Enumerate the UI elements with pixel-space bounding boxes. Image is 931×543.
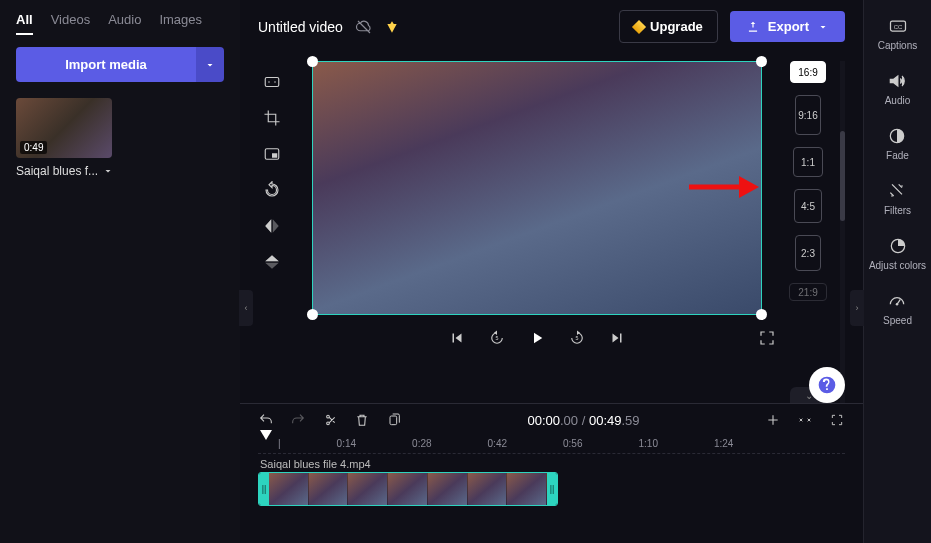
fullscreen-icon[interactable] (758, 329, 776, 347)
zoom-fit-icon[interactable] (829, 412, 845, 428)
import-media-dropdown[interactable] (196, 47, 224, 82)
chevron-down-icon (817, 21, 829, 33)
media-name-label: Saiqal blues f... (16, 164, 98, 178)
media-thumbnail: 0:49 (16, 98, 112, 158)
playhead[interactable] (260, 430, 272, 440)
video-preview[interactable] (312, 61, 762, 315)
zoom-out-icon[interactable] (797, 412, 813, 428)
transport-controls: 5 5 (298, 315, 776, 361)
tick-label: 0:42 (488, 438, 507, 449)
resize-handle[interactable] (307, 56, 318, 67)
right-toolbar: CC Captions Audio Fade Filters Adjust co… (863, 0, 931, 543)
aspect-scrollbar[interactable] (840, 61, 845, 403)
project-title-input[interactable]: Untitled video (258, 19, 343, 35)
import-media-button[interactable]: Import media (16, 47, 196, 82)
annotation-arrow (689, 172, 759, 202)
captions-tool[interactable]: CC Captions (878, 16, 917, 51)
play-icon[interactable] (528, 329, 546, 347)
tick-label: 0:28 (412, 438, 431, 449)
svg-point-2 (274, 81, 276, 83)
upgrade-button[interactable]: Upgrade (619, 10, 718, 43)
tick: | (278, 438, 281, 449)
captions-icon: CC (888, 16, 908, 36)
aspect-ratio-col: 16:9 9:16 1:1 4:5 2:3 21:9 ⌄ (788, 61, 828, 403)
skip-start-icon[interactable] (448, 329, 466, 347)
speed-tool[interactable]: Speed (883, 291, 912, 326)
tab-images[interactable]: Images (159, 12, 202, 35)
collapse-right-button[interactable]: › (850, 290, 864, 326)
media-duration: 0:49 (20, 141, 47, 154)
tick-label: 1:10 (638, 438, 657, 449)
cloud-off-icon[interactable] (355, 18, 373, 36)
aspect-4-5[interactable]: 4:5 (794, 189, 822, 223)
tick-label: 0:14 (337, 438, 356, 449)
aspect-21-9[interactable]: 21:9 (789, 283, 827, 301)
adjust-colors-tool[interactable]: Adjust colors (869, 236, 926, 271)
aspect-1-1[interactable]: 1:1 (793, 147, 823, 177)
audio-tool[interactable]: Audio (885, 71, 911, 106)
duplicate-icon[interactable] (386, 412, 402, 428)
undo-icon[interactable] (258, 412, 274, 428)
svg-text:5: 5 (576, 335, 579, 341)
chevron-down-icon (204, 59, 216, 71)
tick-label: 1:24 (714, 438, 733, 449)
filters-icon (887, 181, 907, 201)
adjust-icon (888, 236, 908, 256)
svg-point-11 (902, 185, 904, 187)
pip-icon[interactable] (263, 145, 281, 163)
export-label: Export (768, 19, 809, 34)
svg-rect-0 (265, 78, 279, 87)
redo-icon[interactable] (290, 412, 306, 428)
flip-vertical-icon[interactable] (263, 253, 281, 271)
upload-icon (746, 20, 760, 34)
timeline-time: 00:00.00 / 00:49.59 (418, 413, 749, 428)
skip-end-icon[interactable] (608, 329, 626, 347)
timeline-ruler[interactable]: | 0:14 0:28 0:42 0:56 1:10 1:24 (258, 438, 845, 454)
media-item[interactable]: 0:49 Saiqal blues f... (16, 98, 224, 178)
upgrade-label: Upgrade (650, 19, 703, 34)
help-button[interactable] (809, 367, 845, 403)
tab-videos[interactable]: Videos (51, 12, 91, 35)
fade-icon (887, 126, 907, 146)
timeline: 00:00.00 / 00:49.59 | 0:14 0:28 0:42 0:5… (240, 403, 863, 543)
svg-point-12 (892, 195, 894, 197)
clip-handle-right[interactable]: || (547, 473, 557, 505)
svg-text:CC: CC (893, 24, 901, 30)
media-tabs: All Videos Audio Images (16, 12, 224, 35)
svg-rect-7 (390, 416, 397, 425)
fade-tool[interactable]: Fade (886, 126, 909, 161)
export-button[interactable]: Export (730, 11, 845, 42)
canvas-tools (258, 61, 286, 403)
premium-diamond-icon[interactable] (385, 20, 399, 34)
forward-5-icon[interactable]: 5 (568, 329, 586, 347)
help-icon (817, 375, 837, 395)
aspect-2-3[interactable]: 2:3 (795, 235, 821, 271)
media-sidebar: All Videos Audio Images Import media 0:4… (0, 0, 240, 543)
tab-all[interactable]: All (16, 12, 33, 35)
flip-horizontal-icon[interactable] (263, 217, 281, 235)
resize-handle[interactable] (756, 56, 767, 67)
rewind-5-icon[interactable]: 5 (488, 329, 506, 347)
svg-point-14 (896, 303, 899, 306)
chevron-down-icon[interactable] (102, 165, 114, 177)
audio-icon (887, 71, 907, 91)
tab-audio[interactable]: Audio (108, 12, 141, 35)
diamond-icon (632, 19, 646, 33)
rotate-icon[interactable] (263, 181, 281, 199)
timeline-clip[interactable]: || || (258, 472, 558, 506)
top-bar: Untitled video Upgrade Export (240, 0, 863, 53)
speed-icon (887, 291, 907, 311)
split-icon[interactable] (322, 412, 338, 428)
clip-handle-left[interactable]: || (259, 473, 269, 505)
delete-icon[interactable] (354, 412, 370, 428)
crop-icon[interactable] (263, 109, 281, 127)
aspect-16-9[interactable]: 16:9 (790, 61, 826, 83)
svg-point-1 (268, 81, 270, 83)
svg-rect-4 (272, 153, 277, 158)
filters-tool[interactable]: Filters (884, 181, 911, 216)
aspect-9-16[interactable]: 9:16 (795, 95, 821, 135)
svg-text:5: 5 (496, 335, 499, 341)
tick-label: 0:56 (563, 438, 582, 449)
fit-icon[interactable] (263, 73, 281, 91)
add-track-icon[interactable] (765, 412, 781, 428)
